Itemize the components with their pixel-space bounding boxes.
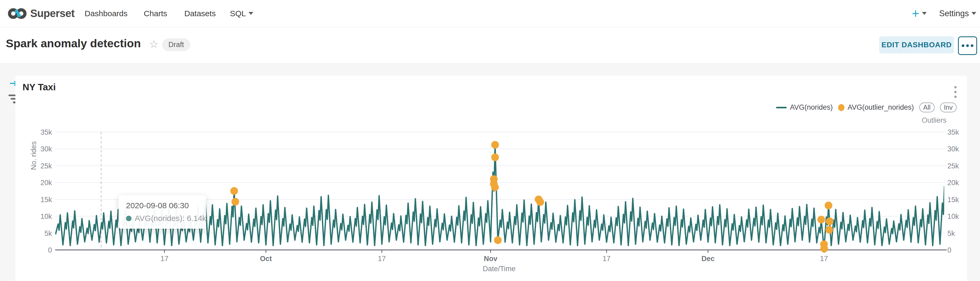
nav-charts[interactable]: Charts bbox=[144, 0, 167, 27]
tooltip-date: 2020-09-08 06:30 bbox=[126, 201, 199, 210]
superset-dashboard-page: Superset Dashboards Charts Datasets SQL … bbox=[0, 0, 980, 281]
chevron-down-icon bbox=[972, 12, 976, 15]
plus-icon: + bbox=[912, 6, 919, 21]
chart-title: NY Taxi bbox=[22, 82, 56, 93]
chart-tooltip: 2020-09-08 06:30 AVG(norides): 6.14k bbox=[119, 195, 206, 229]
legend-item-norides[interactable]: AVG(norides) bbox=[776, 103, 833, 112]
nav-sql[interactable]: SQL bbox=[230, 0, 253, 27]
favorite-star-icon[interactable]: ☆ bbox=[149, 38, 159, 50]
dot-swatch-icon bbox=[838, 104, 845, 111]
left-axis-title: No. rides bbox=[30, 141, 38, 170]
ellipsis-icon bbox=[962, 44, 964, 47]
edit-dashboard-button[interactable]: EDIT DASHBOARD bbox=[879, 37, 954, 53]
nav-datasets[interactable]: Datasets bbox=[185, 0, 216, 27]
top-navbar: Superset Dashboards Charts Datasets SQL … bbox=[0, 0, 980, 27]
dashboard-more-button[interactable] bbox=[958, 37, 977, 55]
legend-all-button[interactable]: All bbox=[919, 102, 935, 112]
x-axis-title: Date/Time bbox=[457, 265, 542, 273]
chevron-down-icon bbox=[922, 12, 927, 15]
dashboard-header: Spark anomaly detection ☆ Draft EDIT DAS… bbox=[0, 27, 980, 63]
settings-menu[interactable]: Settings bbox=[939, 0, 976, 27]
brand-name: Superset bbox=[30, 8, 75, 19]
chart-kebab-menu[interactable] bbox=[953, 85, 958, 99]
superset-logo[interactable]: Superset bbox=[8, 0, 75, 27]
superset-infinity-icon bbox=[8, 8, 27, 19]
tooltip-value: AVG(norides): 6.14k bbox=[135, 214, 206, 223]
series-dot-icon bbox=[126, 216, 132, 221]
legend-item-outlier-norides[interactable]: AVG(outlier_norides) bbox=[838, 103, 914, 112]
chevron-down-icon bbox=[248, 12, 253, 15]
right-axis-title: Outliers bbox=[916, 117, 953, 125]
line-swatch-icon bbox=[776, 107, 787, 109]
page-title: Spark anomaly detection bbox=[6, 37, 141, 50]
nav-dashboards[interactable]: Dashboards bbox=[84, 0, 127, 27]
chart-legend: AVG(norides) AVG(outlier_norides) All In… bbox=[776, 102, 957, 112]
status-badge[interactable]: Draft bbox=[162, 38, 190, 51]
kebab-icon bbox=[954, 86, 957, 88]
add-new-button[interactable]: + bbox=[912, 0, 927, 27]
legend-inv-button[interactable]: Inv bbox=[940, 102, 957, 112]
